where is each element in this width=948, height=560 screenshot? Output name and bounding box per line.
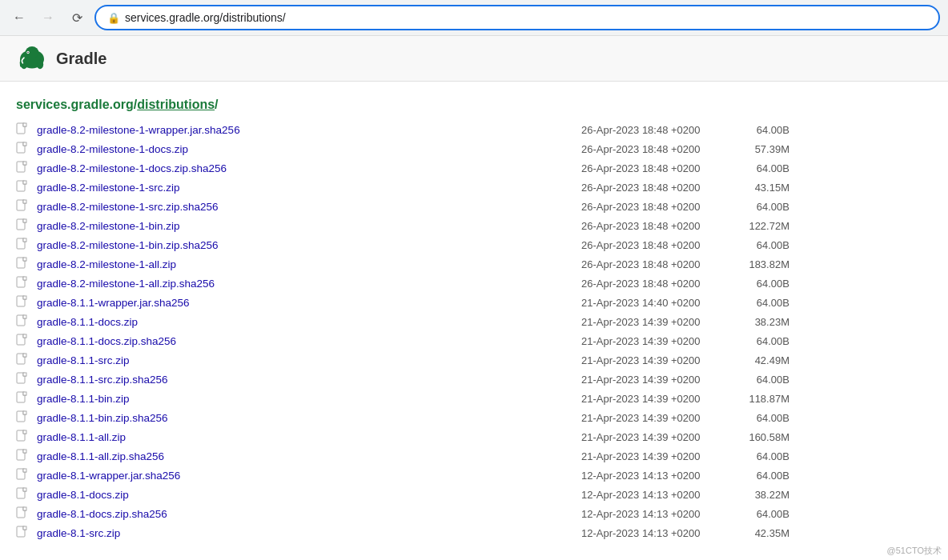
table-row: gradle-8.2-milestone-1-all.zip26-Apr-202… bbox=[16, 254, 932, 274]
svg-rect-39 bbox=[23, 430, 26, 434]
file-name-link[interactable]: gradle-8.1.1-src.zip bbox=[37, 354, 581, 366]
svg-rect-7 bbox=[23, 123, 26, 126]
file-icon bbox=[16, 430, 30, 444]
file-name-link[interactable]: gradle-8.2-milestone-1-src.zip bbox=[37, 182, 581, 194]
svg-rect-21 bbox=[23, 258, 26, 261]
file-icon bbox=[16, 142, 30, 156]
svg-rect-31 bbox=[23, 354, 26, 357]
file-size: 38.23M bbox=[725, 316, 789, 328]
table-row: gradle-8.1-docs.zip.sha25612-Apr-2023 14… bbox=[16, 504, 932, 523]
file-size: 64.00B bbox=[725, 508, 789, 520]
file-size: 160.58M bbox=[725, 431, 789, 443]
file-size: 64.00B bbox=[725, 470, 789, 482]
table-row: gradle-8.1.1-docs.zip21-Apr-2023 14:39 +… bbox=[16, 312, 932, 331]
file-list: gradle-8.2-milestone-1-wrapper.jar.sha25… bbox=[0, 120, 948, 542]
file-icon bbox=[16, 468, 30, 482]
file-name-link[interactable]: gradle-8.1-src.zip bbox=[37, 527, 581, 539]
file-size: 64.00B bbox=[725, 278, 789, 290]
reload-button[interactable]: ⟳ bbox=[66, 6, 88, 29]
svg-rect-23 bbox=[23, 277, 26, 280]
svg-point-1 bbox=[37, 60, 43, 70]
file-icon bbox=[16, 295, 30, 310]
file-date: 26-Apr-2023 18:48 +0200 bbox=[581, 278, 725, 290]
file-name-link[interactable]: gradle-8.1.1-wrapper.jar.sha256 bbox=[37, 297, 581, 309]
table-row: gradle-8.1-docs.zip12-Apr-2023 14:13 +02… bbox=[16, 485, 932, 504]
file-name-link[interactable]: gradle-8.1.1-bin.zip bbox=[37, 393, 581, 405]
file-size: 64.00B bbox=[725, 297, 789, 309]
file-date: 12-Apr-2023 14:13 +0200 bbox=[581, 508, 725, 520]
file-size: 64.00B bbox=[725, 201, 789, 213]
breadcrumb-sep2: / bbox=[215, 98, 218, 111]
file-name-link[interactable]: gradle-8.2-milestone-1-src.zip.sha256 bbox=[37, 201, 581, 213]
forward-button[interactable]: → bbox=[37, 6, 59, 29]
file-size: 122.72M bbox=[725, 220, 789, 232]
file-name-link[interactable]: gradle-8.1.1-docs.zip bbox=[37, 316, 581, 328]
file-icon bbox=[16, 276, 30, 290]
file-name-link[interactable]: gradle-8.2-milestone-1-bin.zip bbox=[37, 220, 581, 232]
file-icon bbox=[16, 180, 30, 194]
file-icon bbox=[16, 161, 30, 175]
lock-icon: 🔒 bbox=[107, 12, 120, 24]
file-size: 43.15M bbox=[725, 182, 789, 194]
file-icon bbox=[16, 238, 30, 252]
file-size: 64.00B bbox=[725, 239, 789, 251]
file-name-link[interactable]: gradle-8.1.1-all.zip bbox=[37, 431, 581, 443]
file-icon bbox=[16, 353, 30, 367]
file-date: 26-Apr-2023 18:48 +0200 bbox=[581, 162, 725, 174]
table-row: gradle-8.1.1-src.zip21-Apr-2023 14:39 +0… bbox=[16, 350, 932, 370]
svg-rect-49 bbox=[23, 526, 26, 530]
table-row: gradle-8.2-milestone-1-bin.zip.sha25626-… bbox=[16, 235, 932, 254]
table-row: gradle-8.1-src.zip12-Apr-2023 14:13 +020… bbox=[16, 523, 932, 542]
file-date: 21-Apr-2023 14:40 +0200 bbox=[581, 297, 725, 309]
file-name-link[interactable]: gradle-8.2-milestone-1-bin.zip.sha256 bbox=[37, 239, 581, 251]
file-name-link[interactable]: gradle-8.2-milestone-1-wrapper.jar.sha25… bbox=[37, 124, 581, 136]
file-date: 26-Apr-2023 18:48 +0200 bbox=[581, 201, 725, 213]
table-row: gradle-8.2-milestone-1-all.zip.sha25626-… bbox=[16, 274, 932, 293]
file-name-link[interactable]: gradle-8.2-milestone-1-docs.zip.sha256 bbox=[37, 162, 581, 174]
file-date: 21-Apr-2023 14:39 +0200 bbox=[581, 450, 725, 462]
back-button[interactable]: ← bbox=[8, 6, 30, 29]
file-name-link[interactable]: gradle-8.2-milestone-1-docs.zip bbox=[37, 143, 581, 155]
file-date: 26-Apr-2023 18:48 +0200 bbox=[581, 182, 725, 194]
file-size: 64.00B bbox=[725, 374, 789, 386]
file-icon bbox=[16, 449, 30, 463]
file-name-link[interactable]: gradle-8.1.1-all.zip.sha256 bbox=[37, 450, 581, 462]
file-size: 57.39M bbox=[725, 143, 789, 155]
file-date: 12-Apr-2023 14:13 +0200 bbox=[581, 527, 725, 539]
file-name-link[interactable]: gradle-8.1-docs.zip.sha256 bbox=[37, 508, 581, 520]
breadcrumb-path[interactable]: distributions bbox=[137, 98, 215, 111]
svg-rect-15 bbox=[23, 200, 26, 203]
file-date: 26-Apr-2023 18:48 +0200 bbox=[581, 258, 725, 270]
file-size: 64.00B bbox=[725, 162, 789, 174]
file-icon bbox=[16, 314, 30, 329]
breadcrumb-host[interactable]: services.gradle.org bbox=[16, 98, 134, 111]
file-name-link[interactable]: gradle-8.1.1-docs.zip.sha256 bbox=[37, 335, 581, 347]
file-size: 42.35M bbox=[725, 527, 789, 539]
file-icon bbox=[16, 199, 30, 214]
file-name-link[interactable]: gradle-8.1.1-src.zip.sha256 bbox=[37, 374, 581, 386]
svg-rect-37 bbox=[23, 411, 26, 414]
table-row: gradle-8.1.1-bin.zip.sha25621-Apr-2023 1… bbox=[16, 408, 932, 427]
file-icon bbox=[16, 122, 30, 137]
browser-chrome: ← → ⟳ 🔒 services.gradle.org/distribution… bbox=[0, 0, 948, 36]
svg-rect-43 bbox=[23, 469, 26, 472]
table-row: gradle-8.1.1-bin.zip21-Apr-2023 14:39 +0… bbox=[16, 389, 932, 408]
svg-rect-17 bbox=[23, 219, 26, 222]
file-name-link[interactable]: gradle-8.1-docs.zip bbox=[37, 489, 581, 501]
svg-rect-11 bbox=[23, 162, 26, 165]
table-row: gradle-8.2-milestone-1-src.zip.sha25626-… bbox=[16, 197, 932, 216]
file-date: 21-Apr-2023 14:39 +0200 bbox=[581, 431, 725, 443]
table-row: gradle-8.2-milestone-1-docs.zip26-Apr-20… bbox=[16, 139, 932, 158]
file-date: 21-Apr-2023 14:39 +0200 bbox=[581, 393, 725, 405]
file-icon bbox=[16, 334, 30, 348]
address-bar[interactable]: 🔒 services.gradle.org/distributions/ bbox=[94, 5, 940, 30]
file-name-link[interactable]: gradle-8.1.1-bin.zip.sha256 bbox=[37, 412, 581, 424]
table-row: gradle-8.1.1-docs.zip.sha25621-Apr-2023 … bbox=[16, 331, 932, 350]
file-size: 42.49M bbox=[725, 354, 789, 366]
svg-rect-9 bbox=[23, 142, 26, 146]
file-size: 64.00B bbox=[725, 450, 789, 462]
file-name-link[interactable]: gradle-8.1-wrapper.jar.sha256 bbox=[37, 470, 581, 482]
file-name-link[interactable]: gradle-8.2-milestone-1-all.zip.sha256 bbox=[37, 278, 581, 290]
file-name-link[interactable]: gradle-8.2-milestone-1-all.zip bbox=[37, 258, 581, 270]
file-date: 12-Apr-2023 14:13 +0200 bbox=[581, 489, 725, 501]
